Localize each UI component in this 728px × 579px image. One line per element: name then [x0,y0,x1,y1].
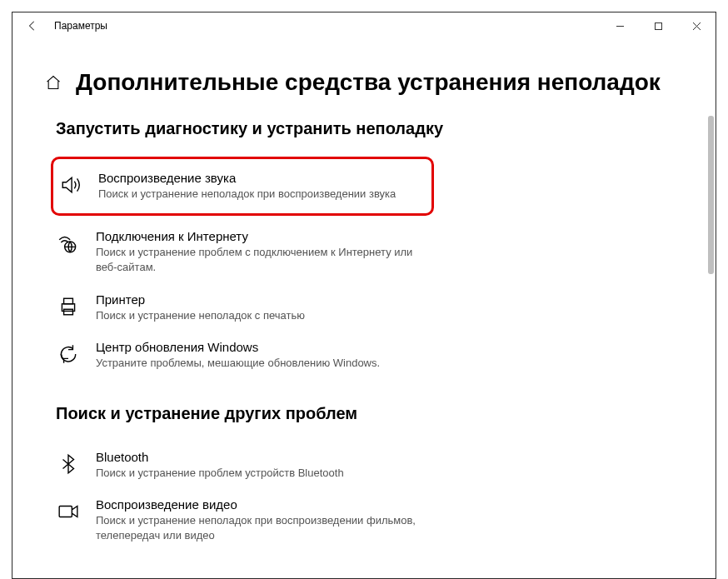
refresh-icon [56,342,81,367]
item-desc: Поиск и устранение неполадок при воспрои… [96,513,429,543]
troubleshoot-item-printer[interactable]: Принтер Поиск и устранение неполадок с п… [56,284,689,332]
wifi-globe-icon [56,231,81,256]
troubleshoot-item-update[interactable]: Центр обновления Windows Устраните пробл… [56,332,689,379]
page-title: Дополнительные средства устранения непол… [76,69,661,96]
titlebar: Параметры [12,12,716,39]
svg-rect-4 [64,309,73,315]
highlight-box: Воспроизведение звука Поиск и устранение… [51,157,434,216]
minimize-button[interactable] [601,12,639,39]
scrollbar[interactable] [708,116,714,274]
window-title: Параметры [54,20,107,32]
svg-rect-3 [64,298,73,304]
svg-rect-5 [59,507,72,517]
item-title: Bluetooth [96,450,679,464]
back-button[interactable] [24,17,41,34]
item-title: Воспроизведение видео [96,497,679,512]
printer-icon [56,294,81,319]
troubleshoot-item-internet[interactable]: Подключения к Интернету Поиск и устранен… [56,221,689,283]
item-desc: Поиск и устранение проблем с подключение… [96,245,429,275]
section-heading-diagnose: Запустить диагностику и устранить непола… [56,119,716,138]
close-button[interactable] [677,12,716,39]
troubleshoot-item-bluetooth[interactable]: Bluetooth Поиск и устранение проблем уст… [56,442,689,489]
item-desc: Устраните проблемы, мешающие обновлению … [96,356,429,371]
maximize-button[interactable] [639,12,677,39]
item-title: Принтер [96,292,679,307]
item-desc: Поиск и устранение неполадок при воспрои… [98,187,418,202]
speaker-icon [58,172,83,197]
item-desc: Поиск и устранение неполадок с печатью [96,308,429,323]
item-title: Центр обновления Windows [96,340,679,354]
item-title: Воспроизведение звука [98,171,418,185]
svg-rect-0 [655,22,661,29]
section-heading-other: Поиск и устранение других проблем [56,404,716,423]
bluetooth-icon [56,452,81,477]
item-desc: Поиск и устранение проблем устройств Blu… [96,466,429,481]
troubleshoot-item-video[interactable]: Воспроизведение видео Поиск и устранение… [56,489,689,552]
video-icon [56,499,81,524]
home-button[interactable] [44,73,62,92]
item-title: Подключения к Интернету [96,229,679,243]
troubleshoot-item-audio[interactable]: Воспроизведение звука Поиск и устранение… [53,166,418,207]
